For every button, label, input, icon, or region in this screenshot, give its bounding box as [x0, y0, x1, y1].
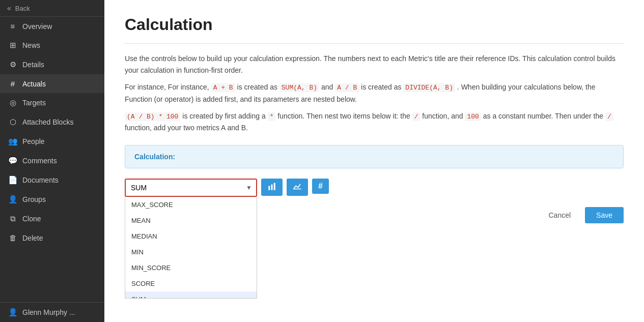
targets-icon: ◎	[8, 98, 17, 107]
people-icon: 👥	[8, 137, 17, 146]
dropdown-item-min-score[interactable]: MIN_SCORE	[125, 260, 257, 276]
sidebar-item-comments[interactable]: 💬 Comments	[0, 151, 104, 170]
code-3: A / B	[335, 83, 359, 92]
sidebar-item-targets[interactable]: ◎ Targets	[0, 93, 104, 112]
save-button[interactable]: Save	[585, 207, 624, 223]
sidebar-item-label: Delete	[22, 234, 43, 242]
sidebar-item-clone[interactable]: ⧉ Clone	[0, 209, 104, 228]
dropdown-item-score[interactable]: SCORE	[125, 276, 257, 291]
desc3-mid3: function, and	[422, 112, 465, 120]
back-button[interactable]: « Back	[0, 0, 104, 17]
overview-icon: ≡	[8, 22, 17, 31]
function-select-wrapper: ▼ MAX_SCORE MEAN MEDIAN MIN MIN_SCORE SC…	[125, 179, 257, 197]
sidebar-item-label: Comments	[22, 157, 57, 165]
sidebar-item-actuals[interactable]: # Actuals	[0, 74, 104, 93]
sidebar-item-label: Overview	[22, 22, 52, 31]
clone-icon: ⧉	[8, 214, 17, 223]
sidebar-item-label: Actuals	[22, 80, 46, 88]
sidebar-item-user[interactable]: 👤 Glenn Murphy ...	[0, 303, 104, 322]
code-1: A + B	[211, 83, 235, 92]
function-select-input[interactable]	[125, 179, 257, 197]
desc3-mid: is created by first adding a	[182, 112, 267, 120]
documents-icon: 📄	[8, 175, 17, 185]
main-content: Calculation Use the controls below to bu…	[104, 0, 644, 322]
add-constant-button[interactable]: #	[312, 179, 329, 194]
code-4: DIVIDE(A, B)	[403, 83, 455, 92]
code-2: SUM(A, B)	[279, 83, 319, 92]
sidebar-item-label: People	[22, 137, 45, 145]
sidebar-item-label: Documents	[22, 176, 59, 184]
groups-icon: 👤	[8, 195, 17, 204]
svg-rect-2	[274, 183, 275, 190]
sidebar-item-groups[interactable]: 👤 Groups	[0, 190, 104, 209]
controls-row: ▼ MAX_SCORE MEAN MEDIAN MIN MIN_SCORE SC…	[125, 179, 624, 197]
add-chart-button[interactable]	[287, 179, 308, 196]
code-6: *	[268, 112, 276, 121]
sidebar-bottom: 👤 Glenn Murphy ...	[0, 302, 104, 322]
delete-icon: 🗑	[8, 233, 17, 242]
sidebar-item-people[interactable]: 👥 People	[0, 132, 104, 151]
add-metric-button[interactable]	[261, 179, 283, 196]
cancel-button[interactable]: Cancel	[539, 207, 580, 223]
sidebar-item-label: Targets	[22, 99, 46, 107]
sidebar-item-label: Details	[22, 61, 44, 69]
comments-icon: 💬	[8, 156, 17, 165]
sidebar-item-overview[interactable]: ≡ Overview	[0, 17, 104, 36]
bar-chart-icon	[267, 182, 276, 191]
user-label: Glenn Murphy ...	[22, 308, 75, 316]
sidebar-item-documents[interactable]: 📄 Documents	[0, 170, 104, 190]
calculation-section: Calculation:	[125, 145, 624, 168]
desc2-mid1: is created as	[237, 83, 279, 91]
sidebar-item-details[interactable]: ⚙ Details	[0, 55, 104, 74]
svg-rect-1	[271, 185, 273, 190]
sidebar-item-news[interactable]: ⊞ News	[0, 36, 104, 55]
user-icon: 👤	[8, 308, 17, 317]
sidebar-item-delete[interactable]: 🗑 Delete	[0, 228, 104, 247]
code-8: 100	[465, 112, 481, 121]
description-para-1: Use the controls below to build up your …	[125, 53, 624, 76]
calculation-label: Calculation:	[134, 153, 175, 161]
sidebar-item-label: Clone	[22, 215, 41, 223]
back-icon: «	[7, 4, 11, 12]
sidebar-item-label: Groups	[22, 195, 46, 203]
desc2-mid2: and	[321, 83, 335, 91]
description-para-2: For instance, For instance, A + B is cre…	[125, 81, 624, 105]
actuals-icon: #	[8, 79, 17, 88]
sidebar-item-label: Attached Blocks	[22, 118, 73, 126]
line-chart-icon	[293, 182, 302, 191]
dropdown-item-median[interactable]: MEDIAN	[125, 228, 257, 244]
dropdown-item-max-score[interactable]: MAX_SCORE	[125, 197, 257, 213]
back-label: Back	[15, 5, 30, 12]
svg-rect-3	[294, 189, 301, 190]
desc2-pre: For instance,	[125, 83, 166, 91]
dropdown-item-min[interactable]: MIN	[125, 244, 257, 260]
hash-icon: #	[318, 182, 323, 190]
desc3-end: as a constant number. Then under the	[483, 112, 605, 120]
code-7: /	[412, 112, 421, 121]
dropdown-item-mean[interactable]: MEAN	[125, 213, 257, 228]
description-para-3: (A / B) * 100 is created by first adding…	[125, 110, 624, 134]
function-dropdown[interactable]: MAX_SCORE MEAN MEDIAN MIN MIN_SCORE SCOR…	[125, 197, 257, 299]
desc2-mid3: is created as	[361, 83, 403, 91]
news-icon: ⊞	[8, 41, 17, 50]
sidebar-item-label: News	[22, 41, 40, 49]
svg-rect-0	[268, 186, 270, 190]
desc3-mid2: function. Then nest two items below it: …	[277, 112, 412, 120]
desc3-end2: function, add your two metrics A and B.	[125, 124, 248, 132]
details-icon: ⚙	[8, 60, 17, 69]
attached-blocks-icon: ⬡	[8, 118, 17, 127]
description: Use the controls below to build up your …	[125, 53, 624, 134]
code-5: (A / B) * 100	[125, 112, 180, 121]
sidebar-item-attached-blocks[interactable]: ⬡ Attached Blocks	[0, 112, 104, 132]
title-divider	[125, 43, 624, 44]
page-title: Calculation	[125, 15, 624, 34]
dropdown-item-sum[interactable]: SUM	[125, 291, 257, 299]
code-9: /	[605, 112, 613, 121]
desc2-end: . When building your calculations below,…	[125, 83, 595, 103]
sidebar: « Back ≡ Overview ⊞ News ⚙ Details # Act…	[0, 0, 104, 322]
